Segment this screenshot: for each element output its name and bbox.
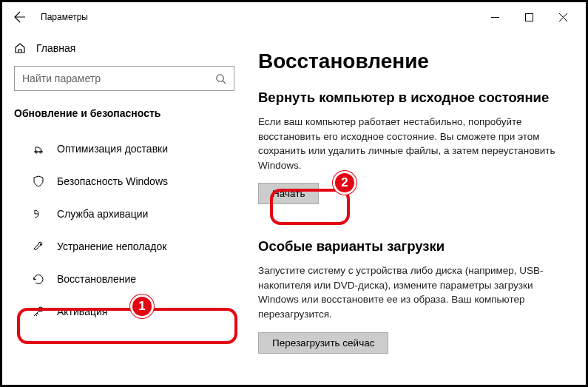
home-icon: [14, 42, 26, 54]
svg-rect-1: [525, 13, 533, 21]
maximize-button[interactable]: [512, 5, 546, 29]
reset-start-button[interactable]: Начать: [258, 183, 319, 204]
key-icon: [32, 305, 45, 318]
reset-body: Если ваш компьютер работает нестабильно,…: [258, 115, 561, 172]
back-button[interactable]: [8, 5, 32, 29]
close-button[interactable]: [546, 5, 580, 29]
shield-icon: [32, 175, 45, 188]
recovery-icon: [32, 272, 45, 286]
maximize-icon: [525, 13, 533, 21]
delivery-icon: [32, 142, 45, 155]
restart-now-button[interactable]: Перезагрузить сейчас: [258, 332, 388, 354]
sidebar-item-label: Служба архивации: [57, 208, 148, 220]
svg-line-5: [223, 81, 226, 84]
sidebar-item-activation[interactable]: Активация: [2, 295, 246, 328]
minimize-button[interactable]: [478, 5, 512, 29]
titlebar: Параметры: [2, 2, 586, 32]
window-title: Параметры: [41, 12, 88, 22]
sidebar-item-label: Безопасность Windows: [57, 175, 168, 187]
content-area: Главная Найти параметр Обновление и безо…: [2, 32, 586, 385]
sidebar-section-label: Обновление и безопасность: [2, 101, 246, 132]
backup-icon: [32, 207, 45, 221]
sidebar-item-label: Восстановление: [57, 273, 136, 285]
advanced-body: Запустите систему с устройства либо диск…: [258, 263, 561, 321]
home-nav[interactable]: Главная: [2, 38, 246, 58]
sidebar-item-delivery[interactable]: Оптимизация доставки: [2, 132, 246, 165]
search-placeholder: Найти параметр: [22, 73, 215, 84]
advanced-heading: Особые варианты загрузки: [258, 238, 574, 255]
sidebar-item-label: Активация: [57, 306, 107, 317]
page-title: Восстановление: [258, 50, 574, 73]
sidebar-item-security[interactable]: Безопасность Windows: [2, 165, 246, 198]
main-panel: Восстановление Вернуть компьютер в исход…: [246, 32, 586, 385]
sidebar-item-backup[interactable]: Служба архивации: [2, 198, 246, 230]
arrow-left-icon: [14, 11, 26, 23]
wrench-icon: [32, 240, 45, 253]
sidebar: Главная Найти параметр Обновление и безо…: [2, 32, 246, 385]
svg-point-4: [217, 74, 223, 81]
reset-heading: Вернуть компьютер в исходное состояние: [258, 90, 574, 106]
sidebar-item-label: Устранение неполадок: [57, 240, 166, 252]
window-controls: [478, 5, 580, 29]
search-input[interactable]: Найти параметр: [14, 66, 234, 91]
sidebar-item-recovery[interactable]: Восстановление: [2, 263, 246, 295]
home-label: Главная: [36, 42, 75, 54]
sidebar-item-troubleshoot[interactable]: Устранение неполадок: [2, 230, 246, 263]
sidebar-item-label: Оптимизация доставки: [57, 143, 168, 155]
search-icon: [215, 73, 226, 84]
close-icon: [559, 13, 567, 21]
minimize-icon: [491, 13, 499, 21]
